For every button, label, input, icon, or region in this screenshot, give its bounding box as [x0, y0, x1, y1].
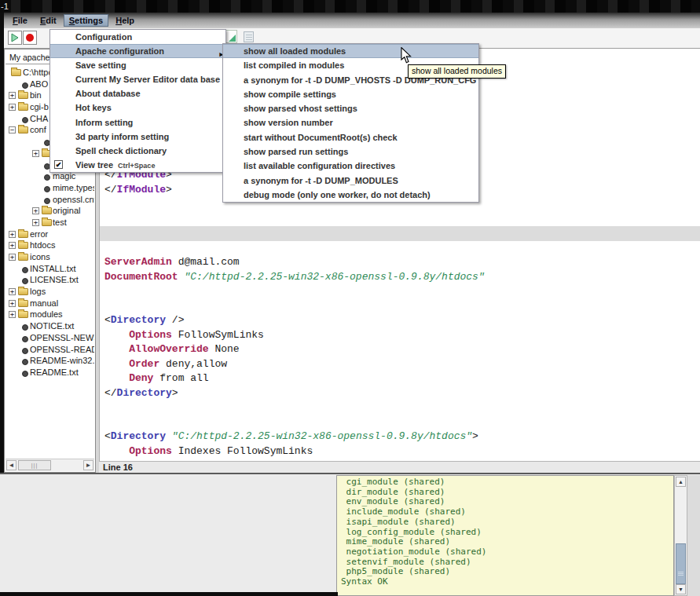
- code-line[interactable]: DocumentRoot "C:/httpd-2.2.25-win32-x86-…: [100, 270, 700, 285]
- code-line[interactable]: [100, 226, 700, 241]
- tree-item-original[interactable]: +original: [5, 205, 94, 217]
- folder-icon: [18, 92, 28, 99]
- submenu-item-a-synonym-for-t-d-dump-modules[interactable]: a synonym for -t -D DUMP_MODULES: [223, 174, 478, 188]
- expand-plus-icon[interactable]: +: [9, 231, 16, 238]
- menubar-item-help[interactable]: Help: [110, 14, 140, 27]
- scrollbar-thumb[interactable]: |||: [18, 460, 51, 470]
- submenu-item-show-version-number[interactable]: show version number: [223, 115, 478, 130]
- code-line[interactable]: ServerAdmin d@mail.com: [100, 255, 700, 270]
- menubar-item-settings[interactable]: Settings: [64, 14, 108, 27]
- folder-icon: [42, 207, 52, 214]
- menu-item-label: Configuration: [75, 32, 132, 42]
- scroll-down-arrow-icon[interactable]: ▼: [676, 584, 686, 594]
- menu-item-spell-check-dictionary[interactable]: Spell check dictionary: [50, 144, 225, 158]
- code-line[interactable]: <Directory />: [100, 313, 700, 328]
- menu-item-save-setting[interactable]: Save setting: [50, 58, 225, 72]
- tree-item-icons[interactable]: +icons: [5, 251, 94, 263]
- menu-item-hot-keys[interactable]: Hot keys: [50, 101, 225, 115]
- code-segment: Options: [129, 445, 172, 457]
- menu-item-current-my-server-editor-data-base[interactable]: Current My Server Editor data base: [50, 72, 225, 86]
- folder-icon: [18, 231, 28, 238]
- submenu-item-debug-mode-only-one-worker-do-not-detach[interactable]: debug mode (only one worker, do not deta…: [223, 188, 478, 202]
- tree-horizontal-scrollbar[interactable]: ◄ ||| ►: [5, 459, 94, 471]
- run-icon[interactable]: [225, 30, 237, 43]
- expand-plus-icon[interactable]: +: [9, 254, 16, 261]
- file-dot-icon: [22, 278, 28, 284]
- tree-item-install-txt[interactable]: INSTALL.txt: [5, 263, 94, 275]
- tree-tab-my-apache[interactable]: My apache: [5, 50, 54, 64]
- menu-item-view-tree[interactable]: View treeCtrl+Space✔: [50, 158, 225, 172]
- code-line[interactable]: [100, 415, 700, 430]
- code-segment: </: [104, 387, 117, 399]
- output-console[interactable]: cgi_module (shared) dir_module (shared) …: [336, 475, 674, 596]
- code-line[interactable]: [100, 400, 700, 415]
- expand-plus-icon[interactable]: +: [9, 92, 16, 99]
- code-line[interactable]: Options Indexes FollowSymLinks: [100, 444, 700, 459]
- code-segment: "C:/httpd-2.2.25-win32-x86-openssl-0.9.8…: [172, 430, 472, 442]
- tree-item-modules[interactable]: +modules: [5, 309, 94, 320]
- stop-server-button[interactable]: [23, 31, 37, 45]
- tree-item-mime-types[interactable]: mime.types: [5, 182, 94, 194]
- code-line[interactable]: <Directory "C:/httpd-2.2.25-win32-x86-op…: [100, 430, 700, 444]
- tree-item-htdocs[interactable]: +htdocs: [5, 239, 94, 251]
- scrollbar-thumb[interactable]: [676, 543, 686, 584]
- scroll-up-arrow-icon[interactable]: ▲: [676, 477, 686, 487]
- tree-item-license-txt[interactable]: LICENSE.txt: [5, 274, 94, 286]
- console-vertical-scrollbar[interactable]: ▲ ▼: [674, 475, 687, 596]
- menu-item-about-database[interactable]: About database: [50, 86, 225, 101]
- tree-item-openssl-readmi[interactable]: OPENSSL-READMI: [5, 344, 94, 356]
- code-line[interactable]: [100, 241, 700, 256]
- menu-item-configuration[interactable]: Configuration: [50, 30, 225, 44]
- code-line[interactable]: Deny from all: [100, 371, 700, 386]
- menubar-item-file[interactable]: File: [7, 14, 33, 27]
- file-dot-icon: [44, 198, 50, 204]
- editor-status-bar: Line 16: [99, 461, 700, 473]
- file-dot-icon: [22, 267, 28, 273]
- tree-item-manual[interactable]: +manual: [5, 298, 94, 309]
- tree-item-label: conf: [30, 125, 46, 134]
- code-segment: d@mail.com: [172, 256, 240, 268]
- tree-item-logs[interactable]: +logs: [5, 286, 94, 298]
- submenu-item-start-without-documentroot-s-check[interactable]: start without DocumentRoot(s) check: [223, 130, 478, 144]
- start-server-button[interactable]: [8, 31, 22, 45]
- expand-plus-icon[interactable]: +: [32, 219, 39, 226]
- tree-item-readme-win32-t[interactable]: README-win32.t: [5, 355, 94, 367]
- menu-item-apache-configuration[interactable]: Apache configuration▸: [50, 44, 225, 58]
- menu-item-inform-setting[interactable]: Inform setting: [50, 115, 225, 130]
- tree-item-label: NOTICE.txt: [30, 321, 74, 331]
- tree-item-error[interactable]: +error: [5, 229, 94, 240]
- submenu-item-list-available-configuration-directives[interactable]: list available configuration directives: [223, 159, 478, 173]
- code-line[interactable]: </Directory>: [100, 386, 700, 401]
- submenu-item-show-all-loaded-modules[interactable]: show all loaded modules: [223, 44, 478, 58]
- expand-plus-icon[interactable]: +: [9, 288, 16, 295]
- scroll-right-arrow-icon[interactable]: ►: [83, 460, 93, 470]
- record-icon: [26, 34, 34, 42]
- tree-item-readme-txt[interactable]: README.txt: [5, 367, 94, 378]
- expand-plus-icon[interactable]: +: [9, 104, 16, 111]
- expand-plus-icon[interactable]: +: [9, 242, 16, 249]
- tree-item-test[interactable]: +test: [5, 217, 94, 229]
- document-icon[interactable]: [244, 31, 254, 42]
- code-segment: [104, 343, 129, 355]
- submenu-item-show-parsed-run-settings[interactable]: show parsed run settings: [223, 144, 478, 159]
- menu-item-3d-party-inform-setting[interactable]: 3d party inform setting: [50, 130, 225, 144]
- code-line[interactable]: Options FollowSymLinks: [100, 328, 700, 343]
- expand-plus-icon[interactable]: +: [9, 300, 16, 307]
- expand-plus-icon[interactable]: +: [32, 207, 39, 214]
- tree-item-notice-txt[interactable]: NOTICE.txt: [5, 320, 94, 332]
- expand-plus-icon[interactable]: +: [9, 311, 16, 318]
- menubar-item-edit[interactable]: Edit: [35, 14, 62, 27]
- tree-item-openssl-news-t[interactable]: OPENSSL-NEWS.t: [5, 332, 94, 344]
- code-line[interactable]: [100, 299, 700, 314]
- tree-item-openssl-cnf[interactable]: openssl.cnf: [5, 194, 94, 206]
- collapse-minus-icon[interactable]: −: [9, 126, 16, 133]
- scroll-left-arrow-icon[interactable]: ◄: [6, 460, 16, 470]
- submenu-item-show-compile-settings[interactable]: show compile settings: [223, 87, 478, 101]
- expand-plus-icon[interactable]: +: [32, 150, 39, 157]
- code-line[interactable]: [100, 284, 700, 299]
- submenu-item-show-parsed-vhost-settings[interactable]: show parsed vhost settings: [223, 101, 478, 115]
- code-line[interactable]: Order deny,allow: [100, 357, 700, 372]
- code-line[interactable]: AllowOverride None: [100, 342, 700, 357]
- code-segment: DocumentRoot: [104, 271, 178, 283]
- code-line[interactable]: [100, 212, 700, 227]
